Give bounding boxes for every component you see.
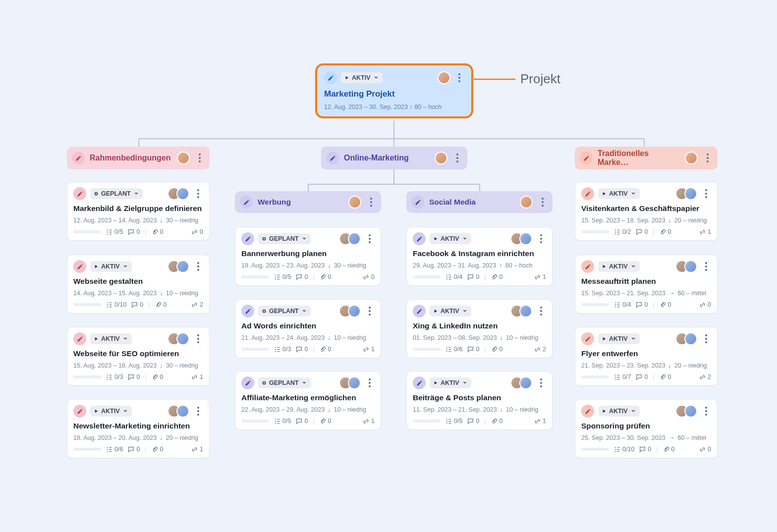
- kebab-menu[interactable]: [452, 152, 462, 164]
- kebab-menu[interactable]: [536, 232, 546, 245]
- status-dropdown[interactable]: AKTIV: [598, 406, 640, 417]
- assignees[interactable]: [167, 187, 189, 200]
- task-card[interactable]: GEPLANTAffiliate-Marketing ermöglichen22…: [235, 371, 381, 430]
- status-dropdown[interactable]: GEPLANT: [258, 377, 311, 388]
- kebab-menu[interactable]: [366, 196, 376, 209]
- pencil-icon[interactable]: [413, 305, 426, 318]
- task-card[interactable]: AKTIVWebseite gestalten14. Aug. 2023 – 1…: [67, 255, 210, 314]
- assignees[interactable]: [339, 305, 361, 318]
- assignees[interactable]: [675, 260, 697, 273]
- group-traditionelles-marketing[interactable]: Traditionelles Marke…: [575, 147, 718, 169]
- avatar[interactable]: [520, 196, 533, 209]
- pencil-icon[interactable]: [324, 71, 337, 84]
- kebab-menu[interactable]: [536, 305, 546, 318]
- pencil-icon[interactable]: [413, 376, 426, 389]
- status-dropdown[interactable]: GEPLANT: [258, 233, 311, 244]
- pencil-icon[interactable]: [580, 152, 593, 164]
- kebab-menu[interactable]: [365, 305, 375, 318]
- kebab-menu[interactable]: [195, 152, 205, 164]
- pencil-icon[interactable]: [411, 196, 424, 209]
- task-card[interactable]: GEPLANTBannerwerbung planen19. Aug. 2023…: [235, 227, 381, 286]
- status-dropdown[interactable]: AKTIV: [430, 306, 471, 317]
- task-card[interactable]: AKTIVSponsoring prüfen25. Sep. 2023 – 30…: [575, 399, 718, 458]
- task-card[interactable]: AKTIVFacebook & Instagram einrichten29. …: [406, 227, 553, 286]
- status-dropdown[interactable]: AKTIV: [430, 233, 471, 244]
- task-card[interactable]: GEPLANTMarkenbild & Zielgruppe definiere…: [67, 182, 210, 241]
- kebab-menu[interactable]: [701, 260, 711, 273]
- kebab-menu[interactable]: [365, 232, 375, 245]
- kebab-menu[interactable]: [365, 376, 375, 389]
- avatar[interactable]: [438, 71, 450, 84]
- comment-count: 0: [467, 418, 479, 425]
- assignees[interactable]: [510, 232, 532, 245]
- subgroup-social-media[interactable]: Social Media: [406, 191, 553, 213]
- assignees[interactable]: [675, 332, 697, 345]
- pencil-icon[interactable]: [241, 376, 254, 389]
- status-dropdown[interactable]: AKTIV: [598, 333, 640, 344]
- assignees[interactable]: [510, 305, 532, 318]
- task-card[interactable]: AKTIVXing & LinkedIn nutzen01. Sep. 2023…: [406, 299, 553, 358]
- assignees[interactable]: [167, 332, 189, 345]
- kebab-menu[interactable]: [454, 71, 464, 84]
- task-card[interactable]: AKTIVMesseauftritt planen15. Sep. 2023 –…: [575, 255, 718, 314]
- task-card[interactable]: AKTIVBeiträge & Posts planen11. Sep. 202…: [406, 371, 553, 430]
- kebab-menu[interactable]: [701, 332, 711, 345]
- project-root-card[interactable]: AKTIV Marketing Projekt 12. Aug. 2023 – …: [315, 63, 473, 118]
- priority-arrow-icon: ↓: [500, 334, 503, 341]
- kebab-menu[interactable]: [701, 187, 711, 200]
- pencil-icon[interactable]: [241, 232, 254, 245]
- pencil-icon[interactable]: [581, 187, 594, 200]
- avatar[interactable]: [177, 152, 190, 164]
- pencil-icon[interactable]: [73, 187, 86, 200]
- task-stats: 0/40|00: [581, 301, 711, 308]
- pencil-icon[interactable]: [73, 332, 86, 345]
- pencil-icon[interactable]: [72, 152, 85, 164]
- kebab-menu[interactable]: [193, 187, 203, 200]
- pencil-icon[interactable]: [326, 152, 339, 164]
- pencil-icon[interactable]: [241, 305, 254, 318]
- task-card[interactable]: AKTIVWebseite für SEO optimieren15. Aug.…: [67, 327, 210, 386]
- kebab-menu[interactable]: [703, 152, 713, 164]
- avatar[interactable]: [435, 152, 447, 164]
- assignees[interactable]: [510, 376, 532, 389]
- pencil-icon[interactable]: [413, 232, 426, 245]
- kebab-menu[interactable]: [193, 332, 203, 345]
- assignees[interactable]: [167, 405, 189, 418]
- avatar[interactable]: [348, 196, 361, 209]
- status-dropdown[interactable]: AKTIV: [90, 406, 132, 417]
- task-card[interactable]: GEPLANTAd Words einrichten21. Aug. 2023 …: [235, 299, 381, 358]
- assignees[interactable]: [675, 405, 697, 418]
- kebab-menu[interactable]: [193, 260, 203, 273]
- status-dropdown[interactable]: AKTIV: [598, 188, 640, 199]
- status-dropdown[interactable]: AKTIV: [90, 261, 132, 272]
- assignees[interactable]: [339, 232, 361, 245]
- pencil-icon[interactable]: [73, 260, 86, 273]
- kebab-menu[interactable]: [536, 376, 546, 389]
- task-card[interactable]: AKTIVNewsletter-Marketing einrichten18. …: [67, 399, 210, 458]
- chevron-down-icon: [462, 309, 467, 314]
- group-rahmenbedingungen[interactable]: Rahmenbedingungen: [67, 147, 210, 169]
- assignees[interactable]: [675, 187, 697, 200]
- group-online-marketing[interactable]: Online-Marketing: [321, 147, 467, 169]
- status-dropdown[interactable]: AKTIV: [430, 377, 471, 388]
- pencil-icon[interactable]: [581, 405, 594, 418]
- kebab-menu[interactable]: [193, 405, 203, 418]
- status-dropdown[interactable]: GEPLANT: [258, 306, 311, 317]
- task-card[interactable]: AKTIVFlyer entwerfen21. Sep. 2023 – 23. …: [575, 327, 718, 386]
- status-dropdown[interactable]: AKTIV: [90, 333, 132, 344]
- status-dropdown[interactable]: AKTIV: [341, 72, 383, 83]
- status-dropdown[interactable]: AKTIV: [598, 261, 640, 272]
- task-card[interactable]: AKTIVVisitenkarten & Geschäftspapier15. …: [575, 182, 718, 241]
- avatar[interactable]: [685, 152, 698, 164]
- assignees[interactable]: [167, 260, 189, 273]
- pencil-icon[interactable]: [581, 260, 594, 273]
- status-dropdown[interactable]: GEPLANT: [90, 188, 143, 199]
- assignees[interactable]: [339, 376, 361, 389]
- kebab-menu[interactable]: [538, 196, 548, 209]
- kebab-menu[interactable]: [701, 405, 711, 418]
- subgroup-werbung[interactable]: Werbung: [235, 191, 381, 213]
- pencil-icon[interactable]: [73, 405, 86, 418]
- pencil-icon[interactable]: [240, 196, 253, 209]
- pencil-icon[interactable]: [581, 332, 594, 345]
- group-title: Online-Marketing: [344, 154, 430, 162]
